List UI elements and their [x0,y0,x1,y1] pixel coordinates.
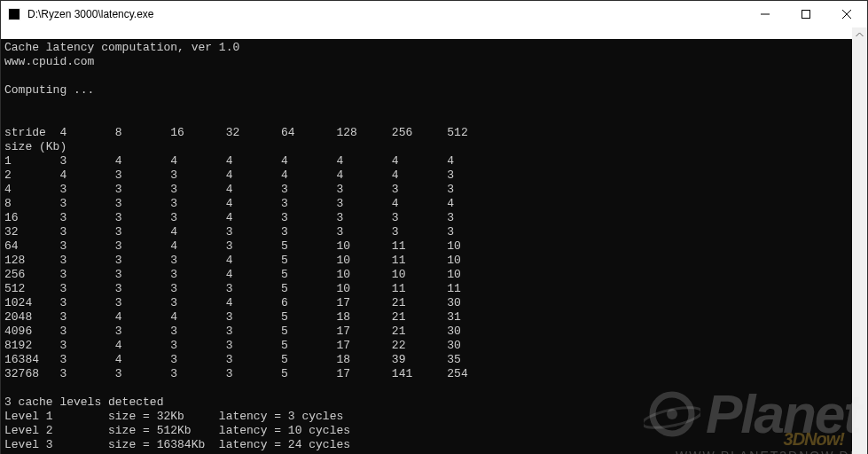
window-titlebar[interactable]: _ D:\Ryzen 3000\latency.exe [1,1,867,27]
minimize-button[interactable] [745,1,786,27]
vertical-scrollbar[interactable] [852,27,867,454]
scroll-up-arrow[interactable] [852,27,867,43]
svg-rect-3 [802,11,810,19]
maximize-button[interactable] [786,1,826,27]
app-icon: _ [6,6,22,22]
close-button[interactable] [826,1,867,27]
window-frame: _ D:\Ryzen 3000\latency.exe Cache latenc… [0,0,868,454]
client-area: Cache latency computation, ver 1.0 www.c… [1,27,867,454]
window-title: D:\Ryzen 3000\latency.exe [27,8,154,20]
svg-text:_: _ [11,9,17,20]
console-output[interactable]: Cache latency computation, ver 1.0 www.c… [1,39,852,454]
